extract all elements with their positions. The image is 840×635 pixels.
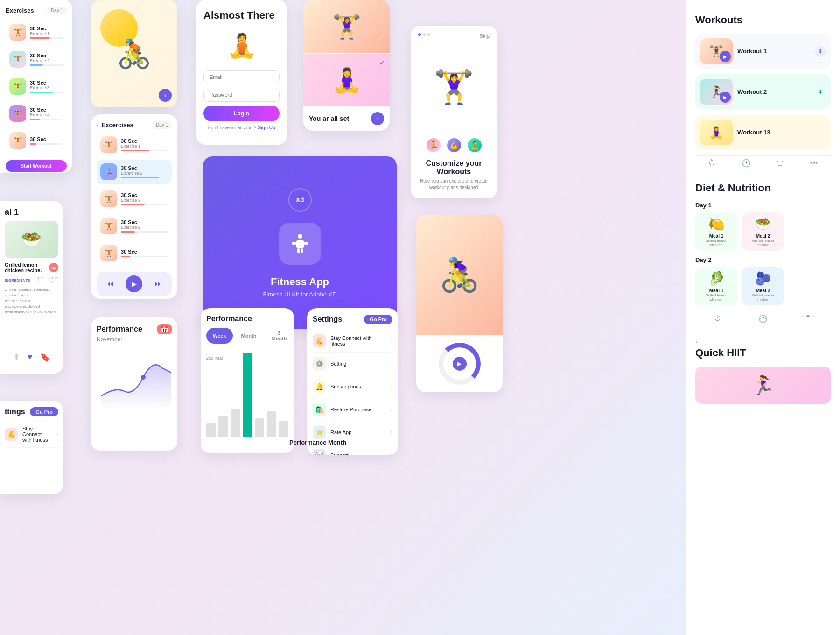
setting-rate-label: Rate App — [330, 430, 386, 435]
start-workout-button[interactable]: Start Workout — [6, 160, 67, 172]
cycling-illustration: 🚴‍♀️ — [439, 256, 480, 294]
quick-hiit-section: ‹ Quick HIIT 🏃‍♀️ — [695, 338, 831, 404]
workout-item-1: 🏋️‍♀️ ▶ Workout 1 ⬇ — [695, 34, 831, 69]
exercises-full-list: 🏋️ 30 Sec Exercise 1 🏃 30 Sec Excercise … — [97, 133, 172, 268]
workout-thumb-2: 🏃‍♀️ ▶ — [700, 79, 733, 105]
email-field[interactable] — [203, 70, 280, 84]
workout-download-button-1[interactable]: ⬇ — [815, 46, 826, 57]
fitness-app-subtitle: Fitness UI Kit for Adobe XD — [263, 291, 336, 298]
meal-calorie-badge: 26 — [49, 263, 58, 272]
diet-tool-delete-icon[interactable]: 🗑 — [805, 314, 812, 323]
workouts-title: Workouts — [695, 14, 831, 26]
quick-hiit-title: Quick HIIT — [695, 347, 831, 359]
customize-title: Customize your Workouts — [418, 159, 490, 176]
meal-3-icon: 🥬 — [699, 271, 734, 286]
exercises-partial-list: 🏋️ 30 Sec Exercise 1 🏋️ 30 Sec Exercise … — [6, 20, 67, 153]
workout-play-button-1[interactable]: ▶ — [720, 51, 731, 62]
setting-row-setting[interactable]: ⚙️ Setting › — [313, 353, 392, 375]
fitness-app-card: Xd Fitness App Fitness UI Kit for Adobe … — [203, 156, 397, 329]
allset-image-2: 🧘‍♀️ ✓ — [303, 54, 390, 106]
password-field[interactable] — [203, 88, 280, 102]
cycling-next-button[interactable]: › — [159, 89, 172, 102]
meal-1-desc: Grilled lemon chicken — [699, 239, 734, 247]
workout-label-13: Workout 13 — [737, 129, 770, 136]
diet-tool-timer-icon[interactable]: ⏱ — [714, 314, 721, 323]
setting-gear-icon: ⚙️ — [313, 357, 326, 370]
exercise-thumb: 🏋️ — [100, 245, 117, 261]
tab-step2[interactable]: STEP 2 — [46, 276, 58, 284]
heart-icon[interactable]: ♥ — [28, 352, 33, 362]
workout-icon-svg — [288, 232, 312, 256]
allset-title: You ar all set — [309, 115, 349, 122]
chevron-right-icon-4: › — [391, 406, 392, 413]
customize-desc: Here you can explore and create workout … — [418, 178, 490, 191]
tool-timer-icon[interactable]: ⏱ — [708, 159, 716, 168]
chevron-right-icon-2: › — [391, 360, 392, 367]
tab-step1[interactable]: STEP 1 — [32, 276, 44, 284]
setting-rate-icon: ⭐ — [313, 426, 326, 439]
chevron-right-icon-6: › — [391, 452, 392, 455]
perf-chart-title: Performance — [206, 315, 288, 323]
exercises-partial-card: Exercises Day 1 🏋️ 30 Sec Exercise 1 🏋️ … — [0, 0, 72, 173]
exercise-item: 🏋️ 30 Sec Exercise 1 — [97, 133, 172, 157]
share-icon[interactable]: ⬆ — [13, 352, 20, 362]
play-button[interactable]: ▶ — [126, 275, 142, 292]
meal-1-card: 🍋 Meal 1 Grilled lemon chicken — [695, 212, 737, 251]
diet-tool-clock-icon[interactable]: 🕐 — [758, 314, 768, 323]
skip-button[interactable]: Skip — [480, 33, 490, 39]
xd-badge: Xd — [288, 188, 312, 212]
workout-download-button-2[interactable]: ⬇ — [815, 86, 826, 98]
settings-bottom-card: ttings Go Pro 💪 Stay Connect with fitnes… — [0, 401, 63, 494]
setting-support-icon: 💬 — [313, 449, 326, 455]
cycling-perf-controls: ▶ — [416, 335, 503, 392]
perf-tabs: Week Month 3 Month — [206, 328, 288, 344]
bookmark-icon[interactable]: 🔖 — [40, 352, 50, 362]
setting-row-restore[interactable]: 🛍️ Restore Purchase › — [313, 398, 392, 421]
login-button[interactable]: Login — [203, 106, 280, 121]
play-circular-button[interactable]: ▶ — [453, 357, 467, 371]
performance-chart-card: Performance Week Month 3 Month 200 Kcal — [201, 308, 294, 453]
settings-card-header: Settings Go Pro — [313, 315, 392, 324]
customize-dots — [418, 33, 430, 39]
quick-hiit-image: 🏃‍♀️ — [695, 367, 831, 404]
customize-illustration: 🏋️‍♀️ — [418, 42, 490, 131]
signup-link[interactable]: Sign Up — [258, 125, 275, 130]
tool-more-icon[interactable]: ••• — [810, 159, 818, 168]
tool-delete-icon[interactable]: 🗑 — [777, 159, 784, 168]
setting-row-subscriptions[interactable]: 🔔 Subscriptions › — [313, 375, 392, 398]
allset-next-button[interactable]: › — [371, 112, 384, 125]
exercise-thumb: 🏋️ — [100, 136, 117, 153]
tool-clock-icon[interactable]: 🕐 — [742, 159, 751, 168]
settings-go-pro-button[interactable]: Go Pro — [364, 315, 392, 324]
diet-title: Diet & Nutrition — [695, 182, 831, 194]
tab-month[interactable]: Month — [235, 328, 263, 344]
meal-3-label: Meal 1 — [699, 288, 734, 293]
meal-image: 🥗 — [5, 221, 58, 258]
go-pro-button[interactable]: Go Pro — [30, 407, 58, 416]
check-icon: ✓ — [379, 58, 385, 67]
workout-play-button-2[interactable]: ▶ — [720, 92, 731, 103]
settings-partial-title: ttings — [5, 408, 25, 416]
meal-4-desc: Grilled lemon chicken — [746, 293, 780, 302]
settings-header: ttings Go Pro — [5, 407, 58, 416]
exercise-thumb: 🏋️ — [9, 132, 26, 149]
back-icon[interactable]: ‹ — [97, 121, 99, 129]
performance-month-label: Performance Month — [289, 439, 346, 446]
performance-small-card: Performance 📅 November — [91, 318, 177, 451]
prev-button[interactable]: ⏮ — [106, 280, 114, 288]
setting-gear-label: Setting — [330, 361, 386, 367]
perf-calendar-icon[interactable]: 📅 — [157, 324, 172, 334]
tab-3month[interactable]: 3 Month — [265, 328, 294, 344]
perf-small-title: Performance — [97, 325, 142, 333]
chart-value-label: 200 Kcal — [206, 356, 223, 360]
panel-back-icon[interactable]: ‹ — [695, 338, 698, 345]
exercise-item: 🏋️ 30 Sec Exercise 2 — [6, 47, 67, 71]
exercise-thumb: 🏋️ — [9, 78, 26, 95]
next-button[interactable]: ⏭ — [154, 280, 162, 288]
tab-week[interactable]: Week — [206, 328, 233, 344]
tab-ingredients[interactable]: INGREDIENTS — [5, 276, 30, 284]
meal-info: Grilled lemon chicken recipe. 26 — [5, 262, 58, 273]
panel-divider — [695, 176, 831, 176]
exercise-thumb: 🏋️ — [100, 218, 117, 234]
svg-rect-2 — [292, 242, 296, 245]
